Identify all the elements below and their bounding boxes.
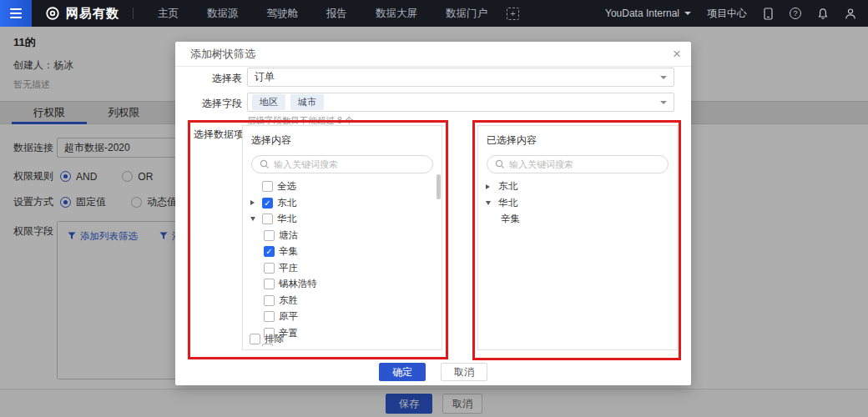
tree-caret-icon[interactable] [250, 217, 258, 221]
select-content-header: 选择内容 [243, 126, 442, 148]
exclude-checkbox[interactable] [250, 334, 260, 344]
right-search-box[interactable] [487, 155, 669, 173]
menu-icon[interactable] [0, 0, 32, 27]
checkbox[interactable] [264, 230, 275, 241]
tree-item-label: 塘沽 [279, 229, 298, 242]
field-label: 选择字段 [175, 97, 242, 111]
search-icon [495, 159, 505, 169]
table-label: 选择表 [175, 72, 242, 86]
nav-item-3[interactable]: 驾驶舱 [253, 0, 313, 27]
selected-content-panel: 已选择内容 东北华北辛集 [477, 125, 678, 350]
dropdown-caret-icon [660, 76, 667, 79]
nav-item-2[interactable]: 数据源 [193, 0, 253, 27]
tree-caret-icon[interactable] [486, 184, 493, 189]
selected-item-label: 东北 [498, 180, 517, 193]
select-content-panel: 选择内容 全选东北华北塘沽辛集平庄锡林浩特东胜原平辛置 排除 [242, 125, 442, 350]
dialog-title: 添加树状筛选 [175, 42, 691, 67]
dialog-footer: 确定 取消 [175, 363, 691, 381]
checkbox[interactable] [264, 311, 275, 322]
tree-item[interactable]: 东北 [250, 195, 442, 212]
brand-name: 网易有数 [66, 6, 119, 22]
tree-item-label: 辛集 [279, 245, 298, 258]
tree-item-label: 平庄 [279, 262, 298, 274]
mobile-app-icon[interactable] [763, 8, 774, 20]
tree-item-label: 锡林浩特 [279, 278, 317, 290]
dropdown-caret-icon [660, 101, 667, 104]
right-search-input[interactable] [509, 159, 660, 169]
tree-item[interactable]: 辛集 [264, 244, 442, 260]
tree-item[interactable]: 锡林浩特 [264, 276, 442, 293]
field-select[interactable]: 地区城市 [247, 93, 674, 112]
table-select-value: 订单 [248, 68, 674, 86]
dialog-cancel-button[interactable]: 取消 [441, 363, 487, 381]
checkbox[interactable] [264, 263, 275, 274]
search-icon [260, 159, 270, 169]
nav-item-5[interactable]: 数据大屏 [361, 0, 431, 27]
selected-tree-list: 东北华北辛集 [478, 178, 677, 228]
checkbox-tree-list: 全选东北华北塘沽辛集平庄锡林浩特东胜原平辛置 [243, 178, 442, 346]
tree-item[interactable]: 原平 [264, 309, 442, 325]
tree-item[interactable]: 全选 [250, 178, 442, 195]
tree-caret-icon[interactable] [486, 201, 493, 205]
field-tags: 地区城市 [248, 93, 674, 111]
checkbox[interactable] [264, 246, 275, 257]
selected-tree-item[interactable]: 东北 [478, 178, 677, 195]
help-icon[interactable] [790, 8, 801, 19]
scrollbar-thumb[interactable] [437, 174, 441, 199]
tree-item[interactable]: 辛置 [264, 325, 442, 342]
brand[interactable]: 网易有数 [45, 6, 119, 22]
tree-item-label: 东胜 [279, 294, 298, 307]
chevron-down-icon [684, 12, 691, 15]
selected-item-label: 辛集 [501, 213, 520, 225]
nav-item-4[interactable]: 报告 [312, 0, 361, 27]
left-search-box[interactable] [251, 155, 433, 173]
tree-item-label: 全选 [277, 180, 296, 193]
selected-content-header: 已选择内容 [478, 126, 677, 148]
left-search-input[interactable] [274, 159, 425, 169]
user-icon[interactable] [845, 8, 856, 20]
tree-item[interactable]: 华北 [250, 211, 442, 228]
nav-item-6[interactable]: 数据门户 [431, 0, 502, 27]
notification-icon[interactable] [817, 8, 829, 20]
data-items-label: 选择数据项 [194, 128, 244, 142]
field-tag[interactable]: 地区 [252, 94, 285, 110]
workspace-name: YouData Internal [605, 8, 679, 19]
tree-item[interactable]: 平庄 [264, 260, 442, 277]
checkbox[interactable] [262, 214, 273, 224]
checkbox[interactable] [262, 181, 273, 192]
youdata-logo-icon [45, 6, 60, 21]
tree-item[interactable]: 塘沽 [264, 228, 442, 244]
workspace-selector[interactable]: YouData Internal [605, 8, 691, 19]
close-icon[interactable] [673, 45, 681, 63]
add-module-icon[interactable] [507, 8, 519, 20]
add-tree-filter-dialog: 添加树状筛选 选择表 订单 选择字段 地区城市 层级字段数目不能超过 8 个 选… [175, 42, 691, 385]
table-select[interactable]: 订单 [247, 68, 674, 87]
selected-item-label: 华北 [498, 197, 517, 209]
exclude-option[interactable]: 排除 [250, 333, 284, 345]
divider [133, 8, 134, 19]
tree-item-label: 华北 [277, 213, 296, 225]
tree-caret-icon[interactable] [250, 200, 258, 205]
nav-item-1[interactable]: 主页 [144, 0, 193, 27]
selected-tree-item[interactable]: 辛集 [478, 211, 677, 228]
checkbox[interactable] [262, 198, 273, 208]
project-center-link[interactable]: 项目中心 [707, 7, 747, 21]
field-tag[interactable]: 城市 [290, 94, 324, 110]
exclude-label: 排除 [265, 333, 284, 345]
confirm-button[interactable]: 确定 [379, 363, 426, 381]
checkbox[interactable] [264, 295, 275, 306]
tree-item-label: 东北 [277, 197, 296, 209]
nav-menu: 主页数据源驾驶舱报告数据大屏数据门户 [144, 0, 502, 27]
tree-item[interactable]: 东胜 [264, 293, 442, 309]
top-navbar: 网易有数 主页数据源驾驶舱报告数据大屏数据门户 YouData Internal… [0, 0, 868, 27]
selected-tree-item[interactable]: 华北 [478, 195, 677, 212]
checkbox[interactable] [264, 279, 275, 289]
tree-item-label: 原平 [279, 310, 298, 323]
